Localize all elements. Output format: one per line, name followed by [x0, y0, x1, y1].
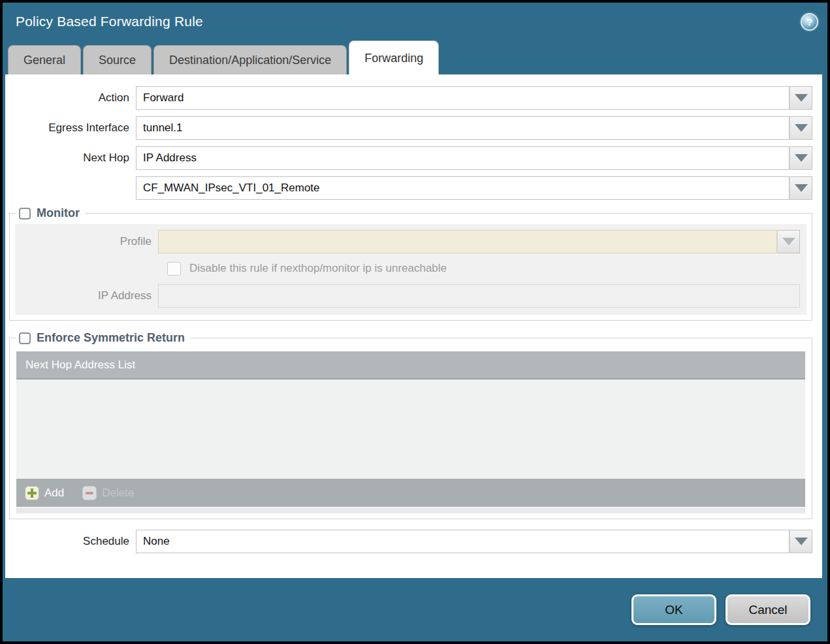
next-hop-type-input[interactable]: IP Address [136, 146, 790, 170]
chevron-down-icon [795, 538, 808, 545]
next-hop-address-dropdown-button[interactable] [790, 176, 812, 200]
next-hop-address-list-body[interactable] [16, 379, 805, 479]
next-hop-row: Next Hop IP Address [5, 146, 812, 170]
schedule-row: Schedule None [5, 530, 812, 553]
dialog-titlebar: Policy Based Forwarding Rule ? [3, 3, 827, 40]
chevron-down-icon [795, 124, 808, 132]
chevron-down-icon [795, 94, 808, 102]
next-hop-address-list-toolbar: Add Delete [16, 479, 805, 507]
ok-button[interactable]: OK [631, 594, 716, 625]
monitor-ip-address-row: IP Address [15, 284, 800, 308]
next-hop-address-row: CF_MWAN_IPsec_VTI_01_Remote [5, 176, 812, 200]
dialog-footer: OK Cancel [3, 578, 827, 641]
profile-label: Profile [15, 235, 158, 248]
monitor-panel: Profile Disable this rule if nexthop/mon… [15, 224, 806, 315]
monitor-legend: Monitor [16, 206, 85, 220]
enforce-symmetric-return-section: Enforce Symmetric Return Next Hop Addres… [9, 331, 812, 519]
profile-input [158, 230, 777, 253]
monitor-section: Monitor Profile Disable this rule if nex… [9, 206, 812, 321]
dialog-title: Policy Based Forwarding Rule [16, 14, 203, 29]
disable-rule-row: Disable this rule if nexthop/monitor ip … [167, 261, 800, 276]
profile-row: Profile [15, 230, 800, 253]
monitor-ip-address-label: IP Address [15, 289, 158, 302]
tab-bar: General Source Destination/Application/S… [3, 40, 827, 74]
monitor-ip-address-input [158, 284, 800, 308]
chevron-down-icon [782, 238, 795, 246]
cancel-button[interactable]: Cancel [726, 594, 810, 625]
next-hop-address-list-header: Next Hop Address List [16, 351, 805, 379]
tab-forwarding[interactable]: Forwarding [349, 40, 439, 74]
schedule-dropdown-button[interactable] [790, 530, 812, 553]
enforce-symmetric-return-checkbox[interactable] [19, 332, 31, 344]
enforce-symmetric-return-label: Enforce Symmetric Return [37, 331, 185, 345]
tab-source[interactable]: Source [83, 45, 152, 74]
disable-rule-label: Disable this rule if nexthop/monitor ip … [189, 262, 447, 275]
egress-interface-label: Egress Interface [5, 121, 136, 135]
chevron-down-icon [795, 184, 808, 192]
delete-button: Delete [82, 486, 134, 500]
action-row: Action Forward [5, 86, 812, 110]
disable-rule-checkbox [167, 262, 181, 276]
monitor-label: Monitor [37, 206, 80, 220]
screen: Policy Based Forwarding Rule ? General S… [0, 0, 830, 644]
next-hop-address-table: Next Hop Address List Add [16, 351, 805, 513]
policy-based-forwarding-dialog: Policy Based Forwarding Rule ? General S… [3, 3, 827, 641]
action-input[interactable]: Forward [136, 86, 790, 110]
action-dropdown-button[interactable] [790, 86, 812, 110]
next-hop-dropdown-button[interactable] [790, 146, 812, 170]
schedule-label: Schedule [5, 535, 136, 548]
action-label: Action [5, 91, 136, 105]
tab-destination-application-service[interactable]: Destination/Application/Service [153, 45, 347, 74]
add-button-label: Add [44, 487, 64, 500]
delete-button-label: Delete [102, 487, 134, 500]
monitor-checkbox[interactable] [19, 208, 31, 219]
minus-icon [82, 486, 97, 500]
enforce-symmetric-return-legend: Enforce Symmetric Return [16, 331, 190, 345]
chevron-down-icon [795, 154, 808, 162]
plus-icon [25, 486, 39, 500]
add-button[interactable]: Add [25, 486, 64, 500]
egress-interface-dropdown-button[interactable] [790, 116, 812, 140]
tab-general[interactable]: General [8, 45, 81, 74]
profile-dropdown-button [777, 230, 800, 253]
next-hop-label: Next Hop [5, 152, 136, 165]
help-icon[interactable]: ? [801, 13, 818, 31]
schedule-input[interactable]: None [136, 530, 790, 553]
egress-interface-input[interactable]: tunnel.1 [136, 116, 790, 140]
forwarding-tab-content: Action Forward Egress Interface tunnel.1… [5, 74, 822, 578]
egress-interface-row: Egress Interface tunnel.1 [5, 116, 812, 140]
next-hop-address-input[interactable]: CF_MWAN_IPsec_VTI_01_Remote [136, 176, 790, 200]
horizontal-scrollbar[interactable] [16, 507, 805, 513]
